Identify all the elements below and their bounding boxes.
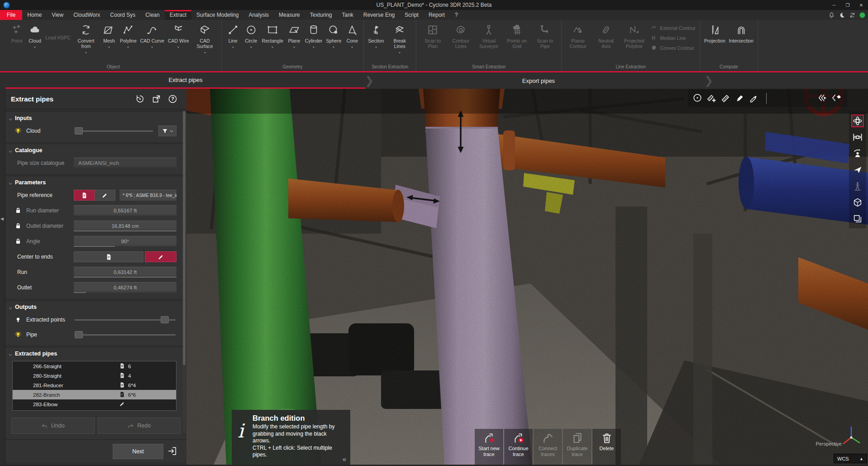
run-field[interactable]: 0,63142 ft (74, 267, 176, 278)
ribbon-item-contour-lines[interactable]: Contour Lines (447, 20, 475, 49)
run-diameter-field[interactable]: 0,55167 ft (74, 205, 176, 216)
menu-tab-reverse-eng[interactable]: Reverse Eng (358, 10, 400, 20)
orbit-constrained-icon[interactable] (851, 131, 864, 144)
undo-button[interactable]: Undo (11, 418, 95, 434)
exit-icon[interactable] (167, 446, 178, 457)
section-header-outputs[interactable]: Outputs (5, 303, 186, 312)
visibility-bulb-icon[interactable] (14, 127, 24, 135)
minimize-button[interactable]: ─ (827, 0, 841, 10)
center-to-ends-catalogue-button[interactable] (74, 251, 143, 262)
ribbon-item-polyline[interactable]: Polyline (118, 20, 138, 48)
ribbon-item-cloud[interactable]: Cloud (26, 20, 44, 48)
menu-tab-script[interactable]: Script (400, 10, 424, 20)
close-button[interactable]: ✕ (854, 0, 868, 10)
menu-tab-view[interactable]: View (47, 10, 68, 20)
section-header-extracted-pipes[interactable]: Extracted pipes (5, 349, 186, 359)
ribbon-item-external-contour[interactable]: External Contour (651, 24, 696, 31)
section-header-parameters[interactable]: Parameters (5, 178, 186, 187)
maximize-button[interactable]: ❐ (841, 0, 854, 10)
ribbon-item-cad-curve[interactable]: CAD Curve (138, 20, 166, 48)
sync-icon[interactable] (849, 12, 856, 19)
start-new-trace-button[interactable]: Start new trace (475, 429, 503, 465)
visibility-bulb-icon[interactable] (14, 316, 24, 323)
moon-icon[interactable] (839, 12, 845, 19)
outlet-diameter-field[interactable]: 16,8148 cm (74, 221, 176, 231)
ribbon-item-scan-to-plan[interactable]: Scan to Plan (419, 20, 447, 49)
panel-scrollbar[interactable] (183, 110, 186, 433)
point-cloud-scene[interactable] (186, 89, 868, 465)
pipe-list-row-283-elbow[interactable]: 283-Elbow (13, 399, 176, 409)
center-to-ends-edit-button[interactable] (145, 251, 176, 262)
projection-mode-label[interactable]: Perspective (816, 441, 842, 447)
ribbon-item-cylinder[interactable]: Cylinder (303, 20, 324, 48)
menu-tab-cloudworx[interactable]: CloudWorx (68, 10, 105, 20)
pipe-opacity-slider[interactable] (74, 329, 176, 340)
ribbon-item-projected-polyline[interactable]: Projected Polyline (620, 20, 648, 49)
cloud-filter-button[interactable] (158, 125, 176, 136)
wcs-button[interactable]: WCS ▲ (834, 454, 867, 463)
ribbon-item-convex-contour[interactable]: Convex Contour (651, 44, 696, 51)
layers-icon[interactable] (851, 212, 864, 225)
ribbon-item-virtual-surveyor[interactable]: Virtual Surveyor (475, 20, 503, 49)
ribbon-item-point[interactable]: Point (8, 20, 26, 43)
pipe-reference-select[interactable]: * 6*6 ; ASME B16.9 - tee_inch_ (119, 190, 176, 201)
section-header-inputs[interactable]: Inputs (5, 114, 186, 123)
visibility-bulb-icon[interactable] (14, 331, 24, 338)
slider-knob[interactable] (75, 127, 83, 135)
pipe-list-row-280-straight[interactable]: 280-Straight4 (13, 371, 176, 380)
ribbon-item-section[interactable]: Section (366, 20, 386, 48)
pipe-reference-edit-button[interactable] (95, 190, 115, 201)
target-circle-icon[interactable] (692, 93, 703, 104)
collapse-panel-icon[interactable]: ◀ (0, 216, 4, 221)
menu-tab-tank[interactable]: Tank (337, 10, 358, 20)
menu-tab-texturing[interactable]: Texturing (305, 10, 337, 20)
cloud-opacity-slider[interactable] (74, 125, 154, 136)
menu-tab-coord-sys[interactable]: Coord Sys (105, 10, 140, 20)
continue-trace-button[interactable]: Continue trace (504, 429, 533, 465)
redo-button[interactable]: Redo (98, 418, 181, 434)
ribbon-item-neutral-axis[interactable]: Neutral Axis (592, 20, 620, 49)
menu-tab-measure[interactable]: Measure (274, 10, 305, 20)
menu-tab-surface-modeling[interactable]: Surface Modeling (191, 10, 243, 20)
ribbon-item-convert-from[interactable]: Convert from (72, 20, 100, 53)
select-arrow-icon[interactable] (818, 93, 829, 104)
workflow-step-extract-pipes[interactable]: Extract pipes (5, 72, 366, 89)
menu-tab-report[interactable]: Report (424, 10, 450, 20)
menu-tab-home[interactable]: Home (22, 10, 47, 20)
ribbon-item-line[interactable]: Line (224, 20, 242, 48)
menu-tab-file[interactable]: File (0, 10, 22, 20)
slider-knob[interactable] (75, 331, 83, 338)
pen-icon[interactable] (749, 93, 759, 104)
ribbon-item-break-lines[interactable]: Break Lines (386, 20, 414, 53)
delete-button[interactable]: Delete (592, 429, 621, 465)
slider-knob[interactable] (161, 316, 169, 323)
ribbon-item-scan-to-pipe[interactable]: Scan to Pipe (531, 20, 559, 49)
view-cube-icon[interactable] (851, 196, 864, 209)
duplicate-trace-button[interactable]: Duplicate trace (563, 429, 591, 465)
walk-icon[interactable] (851, 180, 864, 192)
outlet-field[interactable]: 0,46274 ft (74, 282, 176, 293)
ribbon-item-points-on-grid[interactable]: Points on Grid (503, 20, 531, 49)
ribbon-item-cone[interactable]: Cone (343, 20, 361, 48)
pipe-list-row-281-reducer[interactable]: 281-Reducer6*4 (13, 380, 176, 390)
measure-add-icon[interactable] (706, 93, 717, 104)
axis-gizmo[interactable] (840, 424, 863, 447)
orbit-icon[interactable] (851, 115, 864, 127)
panel-collapse-strip[interactable]: ◀ (0, 89, 5, 465)
marker-icon[interactable] (734, 93, 745, 104)
ribbon-item-median-line[interactable]: Median Line (651, 34, 696, 41)
help-icon[interactable]: ? (168, 94, 177, 104)
extracted-points-opacity-slider[interactable] (74, 314, 176, 325)
viewport-3d[interactable]: Start new traceContinue traceConnect tra… (186, 89, 868, 465)
tooltip-collapse-icon[interactable]: « (343, 455, 346, 463)
ribbon-item-mesh[interactable]: Mesh (100, 20, 118, 48)
menu-tab-analysis[interactable]: Analysis (243, 10, 274, 20)
scrollbar-thumb[interactable] (183, 111, 186, 365)
select-faces-icon[interactable] (832, 93, 843, 104)
ribbon-item-cad-wire[interactable]: CAD Wire (166, 20, 191, 48)
ribbon-item-load-hspc[interactable]: Load HSPC (44, 20, 72, 40)
connect-traces-button[interactable]: Connect traces (534, 429, 562, 465)
next-button[interactable]: Next (113, 444, 163, 459)
ribbon-item-intersection[interactable]: Intersection (727, 20, 755, 43)
ribbon-item-rectangle[interactable]: Rectangle (260, 20, 285, 48)
